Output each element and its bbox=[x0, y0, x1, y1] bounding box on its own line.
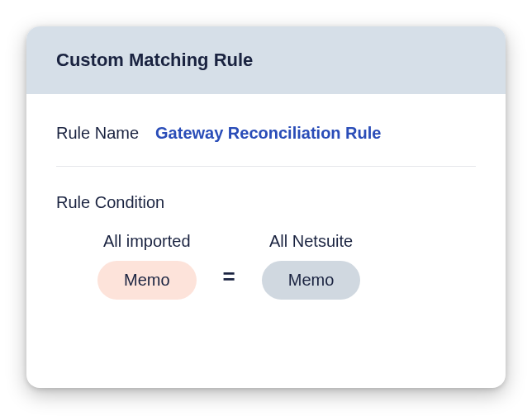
condition-left-header: All imported bbox=[103, 232, 191, 251]
card-title: Custom Matching Rule bbox=[56, 50, 476, 71]
condition-left-pill[interactable]: Memo bbox=[97, 261, 197, 300]
rule-name-label: Rule Name bbox=[56, 124, 139, 143]
condition-left-col: All imported Memo bbox=[97, 232, 197, 300]
card-body: Rule Name Gateway Reconciliation Rule Ru… bbox=[26, 94, 506, 329]
card-header: Custom Matching Rule bbox=[26, 26, 506, 94]
rule-condition-section: Rule Condition All imported Memo = All N… bbox=[56, 167, 476, 300]
condition-right-header: All Netsuite bbox=[269, 232, 353, 251]
condition-row: All imported Memo = All Netsuite Memo bbox=[56, 232, 476, 300]
condition-operator: = bbox=[223, 264, 235, 300]
rule-name-row: Rule Name Gateway Reconciliation Rule bbox=[56, 124, 476, 167]
condition-right-pill[interactable]: Memo bbox=[262, 261, 361, 300]
condition-right-col: All Netsuite Memo bbox=[262, 232, 361, 300]
rule-condition-label: Rule Condition bbox=[56, 193, 476, 212]
rule-name-value[interactable]: Gateway Reconciliation Rule bbox=[155, 124, 381, 143]
custom-matching-rule-card: Custom Matching Rule Rule Name Gateway R… bbox=[26, 26, 506, 388]
